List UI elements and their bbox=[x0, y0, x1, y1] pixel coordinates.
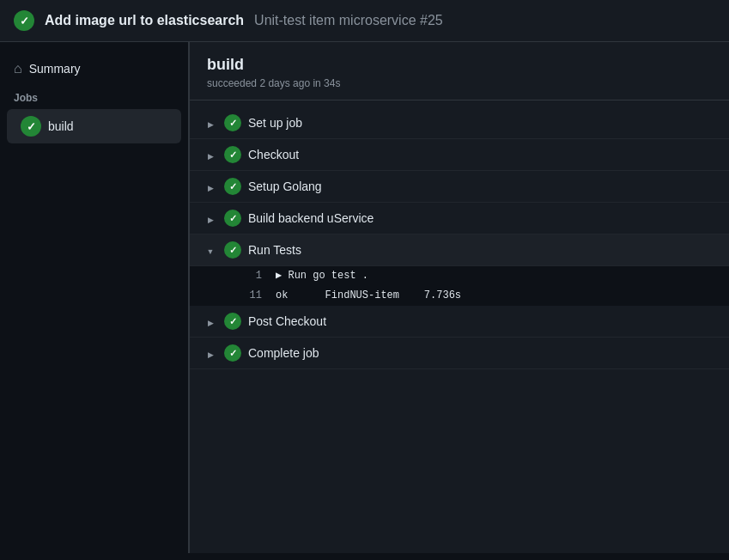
step-name-setup-golang: Setup Golang bbox=[248, 180, 322, 193]
build-job-label: build bbox=[48, 119, 74, 133]
step-name-complete-job: Complete job bbox=[248, 346, 319, 360]
check-icon: ✓ bbox=[27, 121, 36, 132]
content-panel: build succeeded 2 days ago in 34s ✓ Set … bbox=[189, 42, 729, 553]
step-post-checkout[interactable]: ✓ Post Checkout bbox=[190, 306, 729, 338]
check-icon: ✓ bbox=[20, 15, 29, 27]
build-title: build bbox=[207, 56, 712, 74]
step-success-icon: ✓ bbox=[224, 344, 241, 362]
step-complete-job[interactable]: ✓ Complete job bbox=[190, 338, 729, 369]
log-line-2: 11 ok FindNUS-item 7.736s bbox=[190, 286, 729, 306]
chevron-down-icon bbox=[204, 243, 217, 257]
step-name-run-tests: Run Tests bbox=[248, 243, 301, 257]
header: ✓ Add image url to elasticsearch Unit-te… bbox=[0, 0, 729, 42]
step-success-icon: ✓ bbox=[224, 313, 241, 330]
step-name-checkout: Checkout bbox=[248, 148, 299, 161]
build-meta: succeeded 2 days ago in 34s bbox=[207, 77, 712, 89]
step-success-icon: ✓ bbox=[224, 241, 241, 259]
log-line-number-2: 11 bbox=[241, 288, 262, 304]
chevron-right-icon bbox=[204, 211, 217, 225]
step-set-up-job[interactable]: ✓ Set up job bbox=[190, 107, 729, 139]
header-title-light: Unit-test item microservice #25 bbox=[254, 13, 443, 28]
log-line-1: 1 ▶ Run go test . bbox=[190, 266, 729, 286]
step-build-backend[interactable]: ✓ Build backend uService bbox=[190, 203, 729, 234]
main-layout: ⌂ Summary Jobs ✓ build build succeeded 2… bbox=[0, 42, 729, 553]
sidebar-summary-label: Summary bbox=[29, 62, 81, 76]
step-success-icon: ✓ bbox=[224, 146, 241, 163]
chevron-right-icon bbox=[204, 116, 217, 130]
log-line-number-1: 1 bbox=[241, 268, 262, 284]
home-icon: ⌂ bbox=[14, 61, 22, 76]
step-success-icon: ✓ bbox=[224, 210, 241, 227]
step-setup-golang[interactable]: ✓ Setup Golang bbox=[190, 171, 729, 203]
step-name-setup-job: Set up job bbox=[248, 116, 302, 130]
chevron-right-icon bbox=[204, 180, 217, 193]
sidebar: ⌂ Summary Jobs ✓ build bbox=[0, 42, 189, 553]
log-line-content-1: ▶ Run go test . bbox=[276, 268, 368, 284]
step-checkout[interactable]: ✓ Checkout bbox=[190, 139, 729, 171]
jobs-section-label: Jobs bbox=[0, 82, 188, 109]
step-name-build-backend: Build backend uService bbox=[248, 211, 374, 225]
step-success-icon: ✓ bbox=[224, 114, 241, 131]
chevron-right-icon bbox=[204, 346, 217, 360]
step-run-tests[interactable]: ✓ Run Tests bbox=[190, 234, 729, 266]
chevron-right-icon bbox=[204, 148, 217, 161]
sidebar-job-build[interactable]: ✓ build bbox=[7, 109, 181, 143]
step-success-icon: ✓ bbox=[224, 178, 241, 195]
content-header: build succeeded 2 days ago in 34s bbox=[190, 42, 729, 100]
sidebar-summary-link[interactable]: ⌂ Summary bbox=[0, 56, 188, 82]
chevron-right-icon bbox=[204, 314, 217, 328]
header-status-icon: ✓ bbox=[14, 10, 34, 31]
run-tests-log: 1 ▶ Run go test . 11 ok FindNUS-item 7.7… bbox=[190, 266, 729, 306]
steps-list: ✓ Set up job ✓ Checkout ✓ Setup Golang ✓… bbox=[190, 100, 729, 376]
build-status-icon: ✓ bbox=[21, 116, 41, 137]
header-title-bold: Add image url to elasticsearch bbox=[45, 13, 244, 28]
step-name-post-checkout: Post Checkout bbox=[248, 314, 326, 328]
log-line-content-2: ok FindNUS-item 7.736s bbox=[276, 288, 461, 304]
